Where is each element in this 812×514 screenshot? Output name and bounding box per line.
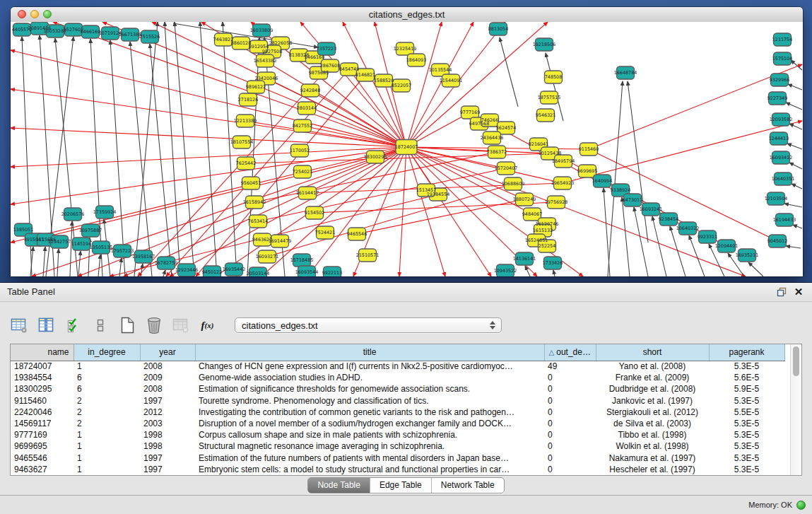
table-cell[interactable]: 1 bbox=[73, 452, 140, 464]
table-selector-dropdown[interactable]: citations_edges.txt bbox=[235, 317, 502, 333]
graph-edge[interactable] bbox=[406, 22, 442, 147]
table-row[interactable]: 1456911722003Disruption of a novel membe… bbox=[11, 418, 784, 429]
table-cell[interactable]: Changes of HCN gene expression and I(f) … bbox=[195, 361, 544, 372]
graph-edge[interactable] bbox=[78, 251, 81, 276]
graph-edge[interactable] bbox=[500, 37, 518, 107]
table-cell[interactable]: 9699695 bbox=[11, 440, 73, 452]
table-cell[interactable]: 6 bbox=[73, 383, 140, 395]
function-builder-icon[interactable]: f(x) bbox=[198, 316, 217, 335]
graph-edge[interactable] bbox=[357, 199, 524, 234]
graph-edge[interactable] bbox=[98, 255, 100, 276]
table-cell[interactable]: Dudbridge et al. (2008) bbox=[596, 383, 709, 395]
table-cell[interactable]: 9465546 bbox=[11, 452, 73, 464]
table-cell[interactable]: 2003 bbox=[140, 418, 195, 429]
graph-edge[interactable] bbox=[141, 264, 143, 276]
column-header-pagerank[interactable]: pagerank bbox=[709, 344, 784, 361]
graph-edge[interactable] bbox=[748, 262, 763, 276]
table-cell[interactable]: 5.3E-5 bbox=[709, 361, 784, 372]
table-cell[interactable]: 0 bbox=[544, 452, 596, 464]
graph-edge[interactable] bbox=[399, 147, 406, 276]
table-cell[interactable]: Tibbo et al. (1998) bbox=[596, 429, 709, 440]
table-cell[interactable]: Estimation of significance thresholds fo… bbox=[195, 383, 544, 395]
table-cell[interactable]: 22420046 bbox=[11, 407, 73, 418]
table-settings-icon[interactable] bbox=[10, 316, 29, 335]
table-row[interactable]: 1938455462009Genome-wide association stu… bbox=[11, 372, 784, 383]
table-cell[interactable]: Tourette syndrome. Phenomenology and cla… bbox=[195, 395, 544, 407]
table-cell[interactable]: 0 bbox=[544, 440, 596, 452]
table-header-row[interactable]: namein_degreeyeartitle△out_de…shortpager… bbox=[11, 344, 784, 361]
table-cell[interactable]: Corpus callosum shape and size in male p… bbox=[195, 429, 544, 440]
table-cell[interactable]: 0 bbox=[544, 418, 596, 429]
table-cell[interactable]: 0 bbox=[544, 395, 596, 407]
table-cell[interactable]: 1998 bbox=[140, 429, 195, 440]
graph-edge[interactable] bbox=[32, 147, 406, 276]
tab-node-table[interactable]: Node Table bbox=[308, 478, 370, 493]
table-cell[interactable]: 1 bbox=[73, 361, 140, 372]
graph-edge[interactable] bbox=[553, 270, 555, 276]
table-cell[interactable]: 5.3E-5 bbox=[709, 464, 784, 475]
table-cell[interactable]: 6 bbox=[73, 372, 140, 383]
table-cell[interactable]: 14569117 bbox=[11, 418, 73, 429]
row-height-icon[interactable] bbox=[90, 316, 110, 335]
table-cell[interactable]: 0 bbox=[544, 383, 596, 395]
zoom-window-button[interactable] bbox=[43, 10, 52, 18]
table-cell[interactable]: Disruption of a novel member of a sodium… bbox=[195, 418, 544, 429]
table-row[interactable]: 969969511998Structural magnetic resonanc… bbox=[11, 440, 784, 452]
column-header-in_degree[interactable]: in_degree bbox=[73, 344, 140, 361]
float-panel-icon[interactable] bbox=[775, 286, 788, 298]
graph-edge[interactable] bbox=[788, 84, 802, 90]
table-cell[interactable]: Investigating the contribution of common… bbox=[195, 407, 544, 418]
table-cell[interactable]: 2008 bbox=[140, 383, 195, 395]
table-cell[interactable]: Nakamura et al. (1997) bbox=[596, 452, 709, 464]
table-cell[interactable]: 5.5E-5 bbox=[709, 407, 784, 418]
close-window-button[interactable] bbox=[18, 10, 26, 18]
column-header-short[interactable]: short bbox=[596, 344, 709, 361]
table-cell[interactable]: 2009 bbox=[140, 372, 195, 383]
graph-edge[interactable] bbox=[604, 188, 610, 276]
graph-edge[interactable] bbox=[787, 144, 802, 149]
graph-edge[interactable] bbox=[406, 147, 746, 276]
table-cell[interactable]: 1997 bbox=[140, 464, 195, 475]
column-header-title[interactable]: title bbox=[195, 344, 544, 361]
table-cell[interactable]: 0 bbox=[544, 407, 596, 418]
table-cell[interactable]: 49 bbox=[544, 361, 596, 372]
table-vertical-scrollbar[interactable] bbox=[790, 344, 801, 475]
table-cell[interactable]: 0 bbox=[544, 429, 596, 440]
table-cell[interactable]: 1997 bbox=[140, 395, 195, 407]
table-cell[interactable]: 1998 bbox=[140, 440, 195, 452]
table-cell[interactable]: 18300295 bbox=[11, 383, 73, 395]
table-cell[interactable]: 9777169 bbox=[11, 429, 73, 440]
table-row[interactable]: 1872400712008Changes of HCN gene express… bbox=[11, 361, 784, 372]
column-header-year[interactable]: year bbox=[140, 344, 195, 361]
network-canvas[interactable]: 1872400728226058982750816543382234200469… bbox=[11, 22, 803, 276]
table-cell[interactable]: 2 bbox=[73, 395, 140, 407]
table-cell[interactable]: 5.3E-5 bbox=[709, 395, 784, 407]
table-cell[interactable]: Wolkin et al. (1998) bbox=[596, 440, 709, 452]
table-cell[interactable]: 0 bbox=[544, 372, 596, 383]
table-cell[interactable]: Franke et al. (2009) bbox=[596, 372, 709, 383]
graph-edge[interactable] bbox=[793, 225, 802, 228]
graph-edge[interactable] bbox=[110, 40, 125, 276]
select-all-columns-icon[interactable] bbox=[64, 316, 83, 335]
table-row[interactable]: 1830029562008Estimation of significance … bbox=[11, 383, 784, 395]
table-cell[interactable]: Hescheler et al. (1997) bbox=[596, 464, 709, 475]
graph-edge[interactable] bbox=[786, 246, 801, 248]
window-titlebar[interactable]: citations_edges.txt bbox=[11, 7, 803, 23]
tab-network-table[interactable]: Network Table bbox=[431, 478, 504, 493]
graph-edge[interactable] bbox=[163, 270, 165, 276]
tab-edge-table[interactable]: Edge Table bbox=[370, 478, 431, 493]
graph-edge[interactable] bbox=[789, 163, 802, 169]
column-header-name[interactable]: name bbox=[11, 344, 73, 361]
table-row[interactable]: 946362711997Embryonic stem cells: a mode… bbox=[11, 464, 784, 475]
graph-edge[interactable] bbox=[57, 249, 59, 276]
graph-edge[interactable] bbox=[406, 22, 473, 147]
node-table[interactable]: namein_degreeyeartitle△out_de…shortpager… bbox=[11, 344, 785, 475]
table-cell[interactable]: 5.3E-5 bbox=[709, 452, 784, 464]
table-cell[interactable]: Embryonic stem cells: a model to study s… bbox=[195, 464, 544, 475]
table-cell[interactable]: Jankovic et al. (1997) bbox=[596, 395, 709, 407]
graph-edge[interactable] bbox=[622, 197, 630, 276]
table-cell[interactable]: 18724007 bbox=[11, 361, 73, 372]
table-cell[interactable]: 5.3E-5 bbox=[709, 429, 784, 440]
table-row[interactable]: 977716911998Corpus callosum shape and si… bbox=[11, 429, 784, 440]
table-cell[interactable]: Stergiakouli et al. (2012) bbox=[596, 407, 709, 418]
